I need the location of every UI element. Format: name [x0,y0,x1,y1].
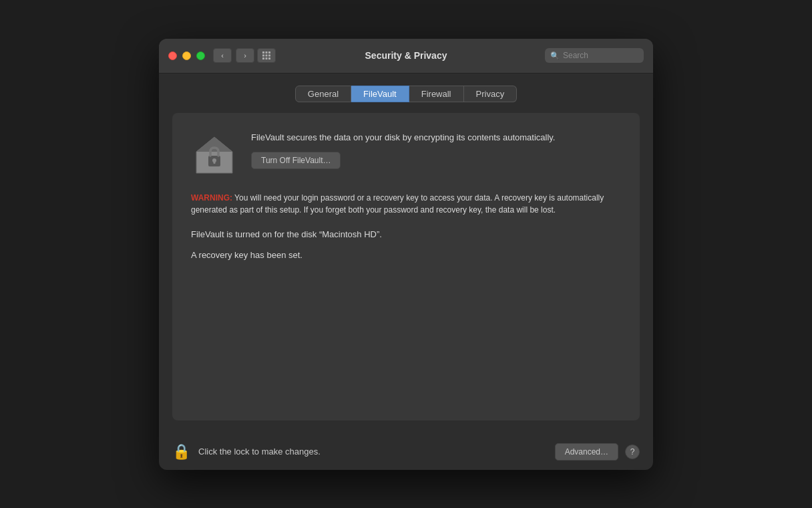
tab-firewall[interactable]: Firewall [409,86,464,102]
forward-button[interactable]: › [236,48,254,63]
filevault-description: FileVault secures the data on your disk … [251,132,621,169]
nav-buttons: ‹ › [213,48,254,63]
search-icon: 🔍 [550,51,560,60]
help-button[interactable]: ? [625,444,640,459]
tab-privacy[interactable]: Privacy [464,86,518,102]
svg-rect-2 [268,51,270,53]
minimize-button[interactable] [182,51,191,60]
system-preferences-window: ‹ › Security & Privacy 🔍 [159,39,653,470]
warning-label: WARNING: [191,193,232,203]
titlebar: ‹ › Security & Privacy 🔍 [159,39,653,74]
svg-rect-8 [268,57,270,59]
turn-off-filevault-button[interactable]: Turn Off FileVault… [251,152,341,169]
maximize-button[interactable] [196,51,205,60]
svg-rect-3 [262,55,264,57]
close-button[interactable] [168,51,177,60]
svg-rect-7 [266,57,268,59]
lock-label: Click the lock to make changes. [198,447,321,457]
filevault-panel: FileVault secures the data on your disk … [172,113,640,420]
svg-marker-10 [196,137,232,152]
advanced-button[interactable]: Advanced… [555,443,618,461]
svg-rect-1 [266,51,268,53]
tab-general[interactable]: General [295,86,351,102]
filevault-icon [191,132,238,178]
filevault-desc-text: FileVault secures the data on your disk … [251,132,621,144]
lock-icon[interactable]: 🔒 [172,443,190,461]
window-title: Security & Privacy [365,50,447,61]
forward-icon: › [244,51,246,59]
warning-body: You will need your login password or a r… [191,193,604,215]
svg-rect-6 [262,57,264,59]
svg-rect-13 [214,161,216,164]
svg-rect-5 [268,55,270,57]
filevault-header: FileVault secures the data on your disk … [191,132,621,178]
grid-button[interactable] [257,48,276,63]
bottom-actions: Advanced… ? [555,443,640,461]
traffic-lights [168,51,205,60]
filevault-status: FileVault is turned on for the disk “Mac… [191,229,621,239]
search-input[interactable] [563,51,638,60]
back-button[interactable]: ‹ [213,48,232,63]
back-icon: ‹ [221,51,224,59]
tab-filevault[interactable]: FileVault [351,86,409,102]
svg-rect-0 [262,51,264,53]
search-bar[interactable]: 🔍 [545,48,644,63]
warning-text: WARNING: You will need your login passwo… [191,192,621,216]
recovery-key-status: A recovery key has been set. [191,250,621,260]
tabs: General FileVault Firewall Privacy [172,86,640,102]
bottom-bar: 🔒 Click the lock to make changes. Advanc… [159,434,653,470]
content-area: General FileVault Firewall Privacy [159,74,653,434]
svg-rect-4 [266,55,268,57]
